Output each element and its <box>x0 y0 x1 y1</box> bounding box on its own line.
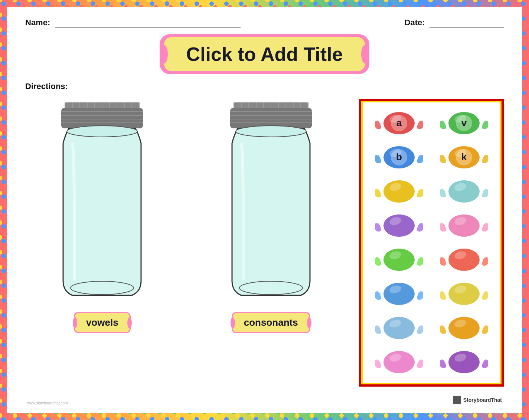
candy-item-3[interactable]: k <box>434 142 494 172</box>
jar-consonants-container: consonants <box>194 99 348 333</box>
sbt-logo-text: StoryboardThat <box>463 397 502 403</box>
jar-vowels-container: vowels <box>25 99 179 333</box>
svg-text:b: b <box>396 151 402 163</box>
jar-consonants-svg <box>223 99 319 306</box>
title-text[interactable]: Click to Add Title <box>186 43 343 65</box>
candy-item-6[interactable] <box>369 211 429 240</box>
candy-item-0[interactable]: a <box>369 108 429 138</box>
svg-text:k: k <box>461 151 467 163</box>
sbt-logo-icon <box>453 396 461 404</box>
candy-item-7[interactable] <box>434 211 494 240</box>
candy-item-14[interactable] <box>369 347 429 377</box>
candy-item-15[interactable] <box>434 347 494 377</box>
watermark: www.storyboardthat.com <box>27 401 68 405</box>
name-underline <box>55 20 241 27</box>
candy-item-1[interactable]: v <box>434 108 494 138</box>
main-content: vowels <box>25 99 504 387</box>
jar-consonants-label-wrap: consonants <box>232 312 310 333</box>
sbt-logo: StoryboardThat <box>453 396 502 404</box>
candy-item-12[interactable] <box>369 313 429 343</box>
title-banner-wrap: Click to Add Title <box>25 34 504 74</box>
jar-vowels-text: vowels <box>86 317 118 328</box>
jars-section: vowels <box>25 99 348 333</box>
title-banner-outer[interactable]: Click to Add Title <box>160 34 370 74</box>
candy-item-8[interactable] <box>369 245 429 275</box>
candy-item-13[interactable] <box>434 313 494 343</box>
jar-vowels-label: vowels <box>74 312 131 333</box>
jar-vowels-svg <box>54 99 150 306</box>
svg-text:a: a <box>396 117 402 128</box>
date-label: Date: <box>405 18 425 27</box>
candy-grid: a <box>367 106 496 379</box>
directions-label: Directions: <box>25 82 504 91</box>
candy-box: a <box>359 99 504 387</box>
svg-rect-20 <box>230 108 312 128</box>
name-label: Name: <box>25 18 50 27</box>
date-field: Date: <box>405 18 504 27</box>
svg-point-37 <box>236 126 306 137</box>
date-underline <box>430 20 504 27</box>
candy-item-5[interactable] <box>434 177 494 206</box>
name-field: Name: <box>25 18 241 27</box>
svg-rect-1 <box>61 108 143 128</box>
candy-item-4[interactable] <box>369 177 429 206</box>
name-date-row: Name: Date: <box>25 18 504 27</box>
candy-item-10[interactable] <box>369 279 429 309</box>
svg-text:v: v <box>461 117 467 128</box>
content-area: Name: Date: Click to Add Title Direction… <box>7 7 522 413</box>
candy-item-2[interactable]: b <box>369 142 429 172</box>
jar-vowels-label-wrap: vowels <box>74 312 131 333</box>
candy-item-9[interactable] <box>434 245 494 275</box>
candy-item-11[interactable] <box>434 279 494 309</box>
jar-consonants-text: consonants <box>244 317 298 328</box>
svg-point-18 <box>67 126 137 137</box>
title-banner-inner[interactable]: Click to Add Title <box>164 37 365 71</box>
jar-consonants-label: consonants <box>232 312 310 333</box>
